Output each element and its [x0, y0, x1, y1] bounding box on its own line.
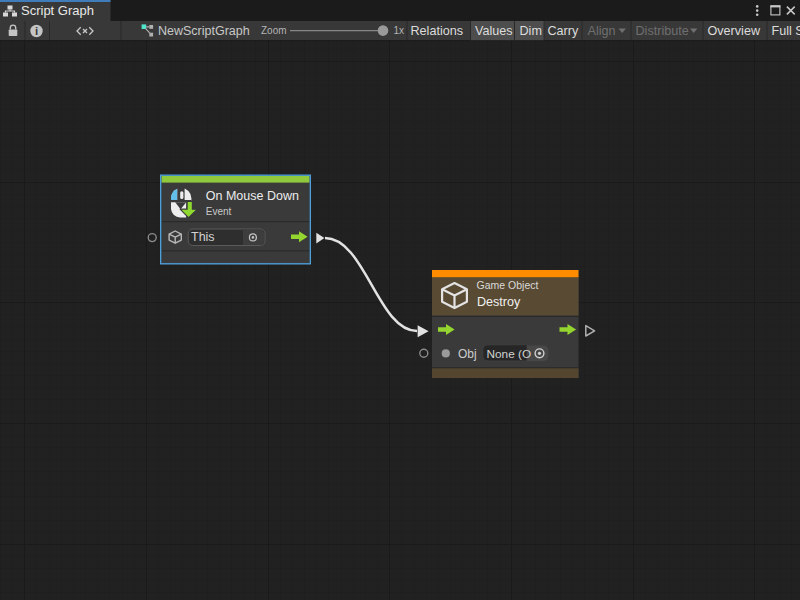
svg-text:Full S: Full S: [772, 24, 800, 38]
svg-text:Destroy: Destroy: [477, 295, 521, 309]
svg-text:This: This: [191, 230, 215, 244]
svg-text:Event: Event: [206, 206, 232, 217]
svg-text:Distribute: Distribute: [636, 24, 689, 38]
svg-text:Values: Values: [475, 24, 513, 38]
svg-text:Obj: Obj: [458, 347, 477, 361]
svg-text:NewScriptGraph: NewScriptGraph: [158, 24, 250, 38]
svg-text:Carry: Carry: [548, 24, 579, 38]
svg-text:Overview: Overview: [708, 24, 761, 38]
svg-text:1x: 1x: [394, 25, 405, 36]
svg-text:Dim: Dim: [520, 24, 542, 38]
svg-text:Script Graph: Script Graph: [21, 3, 94, 18]
svg-text:Relations: Relations: [411, 24, 464, 38]
svg-text:Zoom: Zoom: [261, 25, 287, 36]
svg-text:i: i: [35, 25, 38, 37]
svg-text:None (O: None (O: [487, 347, 532, 361]
svg-text:On Mouse Down: On Mouse Down: [206, 189, 299, 203]
svg-text:Game Object: Game Object: [477, 279, 539, 291]
svg-text:Align: Align: [588, 24, 616, 38]
